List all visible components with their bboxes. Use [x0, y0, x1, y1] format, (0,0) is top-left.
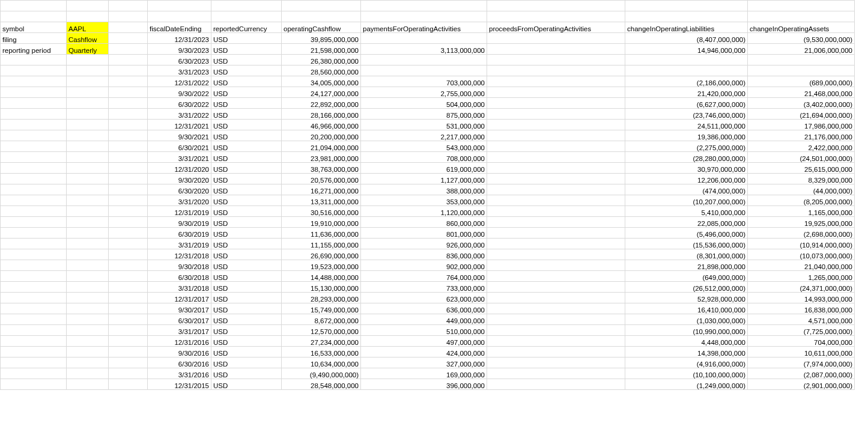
cell[interactable]	[67, 239, 109, 249]
cell[interactable]	[109, 120, 148, 130]
cell-currency[interactable]: USD	[211, 130, 282, 141]
cell-proceeds[interactable]	[487, 314, 625, 325]
cell-liabilities[interactable]: 30,970,000,000	[625, 163, 748, 174]
cell-assets[interactable]: (689,000,000)	[748, 76, 855, 87]
cell-liabilities[interactable]: 21,420,000,000	[625, 87, 748, 98]
cell[interactable]	[1, 76, 67, 87]
cell-assets[interactable]: 8,329,000,000	[748, 174, 855, 184]
cell[interactable]	[109, 325, 148, 336]
cell-assets[interactable]: (2,698,000,000)	[748, 228, 855, 239]
col-proceedsFromOperatingActivities[interactable]: proceedsFromOperatingActivities	[487, 22, 625, 33]
cell-assets[interactable]: 1,165,000,000	[748, 206, 855, 217]
cell[interactable]	[109, 260, 148, 271]
cell-liabilities[interactable]: 5,410,000,000	[625, 206, 748, 217]
col-fiscalDateEnding[interactable]: fiscalDateEnding	[148, 22, 211, 33]
cell-operatingCashflow[interactable]: 11,636,000,000	[282, 228, 361, 239]
col-changeInOperatingLiabilities[interactable]: changeInOperatingLiabilities	[625, 22, 748, 33]
cell[interactable]	[109, 87, 148, 98]
cell-currency[interactable]: USD	[211, 347, 282, 358]
cell-operatingCashflow[interactable]: 28,548,000,000	[282, 379, 361, 390]
cell-operatingCashflow[interactable]: 28,166,000,000	[282, 109, 361, 120]
meta-value[interactable]: Cashflow	[67, 33, 109, 44]
cell[interactable]	[67, 130, 109, 141]
cell[interactable]	[67, 163, 109, 174]
cell-currency[interactable]: USD	[211, 184, 282, 195]
cell[interactable]	[1, 152, 67, 163]
cell-proceeds[interactable]	[487, 120, 625, 130]
cell[interactable]	[67, 109, 109, 120]
cell[interactable]	[67, 368, 109, 379]
cell-operatingCashflow[interactable]: 16,533,000,000	[282, 347, 361, 358]
cell-date[interactable]: 12/31/2019	[148, 206, 211, 217]
cell-proceeds[interactable]	[487, 336, 625, 347]
cell-currency[interactable]: USD	[211, 44, 282, 55]
cell[interactable]	[109, 293, 148, 303]
cell-date[interactable]: 12/31/2020	[148, 163, 211, 174]
cell[interactable]	[1, 293, 67, 303]
cell[interactable]	[109, 76, 148, 87]
cell-assets[interactable]: (3,402,000,000)	[748, 98, 855, 109]
cell-payments[interactable]: 1,120,000,000	[361, 206, 487, 217]
cell[interactable]	[109, 206, 148, 217]
cell-date[interactable]: 6/30/2016	[148, 358, 211, 368]
cell[interactable]	[109, 347, 148, 358]
cell-date[interactable]: 6/30/2018	[148, 271, 211, 282]
cell-assets[interactable]: (44,000,000)	[748, 184, 855, 195]
cell-proceeds[interactable]	[487, 55, 625, 65]
cell-proceeds[interactable]	[487, 33, 625, 44]
cell-payments[interactable]: 636,000,000	[361, 303, 487, 314]
cell[interactable]	[109, 44, 148, 55]
cell-payments[interactable]: 875,000,000	[361, 109, 487, 120]
cell[interactable]	[1, 206, 67, 217]
cell-currency[interactable]: USD	[211, 271, 282, 282]
cell-proceeds[interactable]	[487, 358, 625, 368]
spreadsheet-grid[interactable]: symbol AAPL fiscalDateEnding reportedCur…	[0, 0, 855, 390]
cell[interactable]	[109, 314, 148, 325]
cell[interactable]	[109, 228, 148, 239]
cell-currency[interactable]: USD	[211, 152, 282, 163]
cell-currency[interactable]: USD	[211, 109, 282, 120]
cell-proceeds[interactable]	[487, 228, 625, 239]
cell-operatingCashflow[interactable]: 12,570,000,000	[282, 325, 361, 336]
cell-assets[interactable]: 14,993,000,000	[748, 293, 855, 303]
cell-currency[interactable]: USD	[211, 249, 282, 260]
cell-currency[interactable]: USD	[211, 282, 282, 293]
cell-proceeds[interactable]	[487, 87, 625, 98]
cell-liabilities[interactable]: (6,627,000,000)	[625, 98, 748, 109]
cell[interactable]	[109, 184, 148, 195]
cell-payments[interactable]: 353,000,000	[361, 195, 487, 206]
cell[interactable]	[109, 217, 148, 228]
cell-date[interactable]: 9/30/2021	[148, 130, 211, 141]
cell-payments[interactable]: 3,113,000,000	[361, 44, 487, 55]
cell-date[interactable]: 6/30/2023	[148, 55, 211, 65]
cell-payments[interactable]: 504,000,000	[361, 98, 487, 109]
cell-currency[interactable]: USD	[211, 87, 282, 98]
cell[interactable]	[67, 347, 109, 358]
cell[interactable]	[109, 33, 148, 44]
cell-operatingCashflow[interactable]: 10,634,000,000	[282, 358, 361, 368]
cell-payments[interactable]	[361, 65, 487, 76]
cell-liabilities[interactable]: (10,207,000,000)	[625, 195, 748, 206]
cell[interactable]	[109, 195, 148, 206]
cell[interactable]	[67, 325, 109, 336]
cell-proceeds[interactable]	[487, 44, 625, 55]
value-symbol[interactable]: AAPL	[67, 22, 109, 33]
cell[interactable]	[1, 282, 67, 293]
meta-label[interactable]: reporting period	[1, 44, 67, 55]
cell-operatingCashflow[interactable]: 11,155,000,000	[282, 239, 361, 249]
cell-date[interactable]: 12/31/2023	[148, 33, 211, 44]
cell-payments[interactable]: 169,000,000	[361, 368, 487, 379]
cell-payments[interactable]: 902,000,000	[361, 260, 487, 271]
cell-payments[interactable]: 708,000,000	[361, 152, 487, 163]
cell-liabilities[interactable]: (26,512,000,000)	[625, 282, 748, 293]
cell-currency[interactable]: USD	[211, 336, 282, 347]
cell-payments[interactable]: 327,000,000	[361, 358, 487, 368]
cell[interactable]	[1, 55, 67, 65]
cell-payments[interactable]: 449,000,000	[361, 314, 487, 325]
cell-assets[interactable]: 21,040,000,000	[748, 260, 855, 271]
cell-date[interactable]: 12/31/2017	[148, 293, 211, 303]
cell-proceeds[interactable]	[487, 293, 625, 303]
cell-payments[interactable]: 926,000,000	[361, 239, 487, 249]
cell[interactable]	[109, 141, 148, 152]
cell-liabilities[interactable]: 22,085,000,000	[625, 217, 748, 228]
